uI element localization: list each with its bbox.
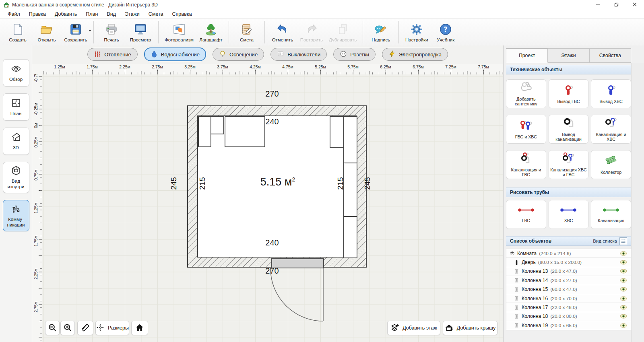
- toolbar-button-2[interactable]: Сохранить: [61, 19, 90, 45]
- dimensions-toggle-button[interactable]: Размеры: [95, 321, 129, 335]
- mode-tab-2[interactable]: Освещение: [213, 48, 264, 61]
- home-view-button[interactable]: [131, 321, 148, 335]
- add-floor-button[interactable]: Добавить этаж: [387, 321, 440, 335]
- interior-view-icon: [11, 165, 21, 177]
- panel-tab-2[interactable]: Свойства: [590, 48, 631, 63]
- toolbar-button-12[interactable]: Настройки: [402, 19, 431, 45]
- visibility-eye-icon[interactable]: [620, 287, 627, 292]
- menu-item-2[interactable]: Добавить: [50, 10, 81, 18]
- object-list-row-7[interactable]: Колонна 18(20.0 x 80.0): [506, 312, 631, 321]
- mode-tab-4[interactable]: Розетки: [333, 48, 376, 61]
- toolbar-button-8[interactable]: Отменить: [268, 19, 297, 45]
- menu-item-0[interactable]: Файл: [3, 10, 25, 18]
- column-divider: [343, 216, 357, 217]
- window-restore-button[interactable]: [607, 0, 625, 10]
- window-minimize-button[interactable]: [588, 0, 607, 10]
- pipe-tool-button-1[interactable]: ХВС: [549, 200, 589, 229]
- toolbar-button-11[interactable]: Надпись: [366, 19, 395, 45]
- list-view-toggle-button[interactable]: [619, 237, 627, 245]
- rail-button-0[interactable]: Обзор: [3, 59, 29, 87]
- toolbar-button-1[interactable]: Открыть: [32, 19, 61, 45]
- rail-button-3[interactable]: Вид изнутри: [3, 162, 29, 193]
- object-list-row-0[interactable]: Комната(240.0 x 214.6): [506, 249, 631, 258]
- menu-item-6[interactable]: Смета: [144, 10, 168, 18]
- pipe-sewer-icon: [600, 206, 622, 216]
- object-list-row-6[interactable]: Колонна 17(22.0 x 48.0): [506, 303, 631, 312]
- tech-object-button-0[interactable]: Добавить сантехнику: [506, 79, 546, 108]
- rail-button-2[interactable]: 3D: [3, 128, 29, 155]
- door[interactable]: [271, 258, 324, 268]
- pipe-tool-button-0[interactable]: ГВС: [506, 200, 546, 229]
- sewer-outlet-icon: [562, 117, 575, 131]
- tech-object-button-7[interactable]: Канализация ХВС и ГВС: [549, 150, 589, 179]
- measure-ruler-button[interactable]: [77, 321, 93, 335]
- tech-object-button-3[interactable]: ГВС и ХВС: [506, 115, 546, 144]
- menu-item-1[interactable]: Правка: [25, 10, 50, 18]
- visibility-eye-icon[interactable]: [620, 278, 627, 283]
- tech-object-button-6[interactable]: Канализация и ГВС: [506, 150, 546, 179]
- column-strip-16-18-19[interactable]: [343, 116, 357, 258]
- column-14[interactable]: [211, 116, 224, 134]
- zoom-out-button[interactable]: [45, 321, 60, 335]
- visibility-eye-icon[interactable]: [620, 323, 627, 328]
- door-icon: [514, 260, 520, 265]
- object-list-row-8[interactable]: Колонна 19(20.0 x 65.0): [506, 321, 631, 330]
- floor-plan-canvas[interactable]: 270 240 5.15 м2 240 270 215 245 215 245: [42, 74, 503, 342]
- toolbar-button-4[interactable]: Просмотр: [126, 19, 155, 45]
- object-list-row-3[interactable]: Колонна 14(20.0 x 27.0): [506, 276, 631, 285]
- pipe-tool-button-2[interactable]: Канализация: [591, 200, 631, 229]
- visibility-eye-icon[interactable]: [620, 269, 627, 274]
- menu-item-4[interactable]: Вид: [102, 10, 120, 18]
- monitor-icon: [134, 23, 147, 36]
- menu-item-3[interactable]: План: [81, 10, 102, 18]
- visibility-eye-icon[interactable]: [620, 305, 627, 310]
- visibility-eye-icon[interactable]: [620, 314, 627, 319]
- tech-object-button-8[interactable]: Коллектор: [591, 150, 631, 179]
- menu-item-5[interactable]: Этажи: [120, 10, 144, 18]
- toolbar-button-5[interactable]: Фотореализм: [162, 19, 196, 45]
- object-list-row-4[interactable]: Колонна 15(60.0 x 47.0): [506, 285, 631, 294]
- h-ruler-label: 7.25м: [445, 64, 456, 69]
- mode-tab-5[interactable]: Электропроводка: [382, 48, 448, 61]
- toolbar-button-13[interactable]: ?Учебник: [431, 19, 460, 45]
- add-roof-button[interactable]: Добавить крышу: [443, 321, 497, 335]
- toolbar-button-6[interactable]: Ландшафт: [196, 19, 225, 45]
- panel-tab-0[interactable]: Проект: [506, 48, 548, 63]
- rail-button-1[interactable]: План: [3, 93, 29, 121]
- panel-scroll-gutter[interactable]: [631, 63, 644, 342]
- object-list-row-1[interactable]: Дверь(80.0 x 15.0 x 200.0): [506, 258, 631, 267]
- tech-object-button-2[interactable]: Вывод ХВС: [591, 79, 631, 108]
- mode-tab-3[interactable]: Выключатели: [270, 48, 327, 61]
- zoom-in-button[interactable]: [60, 321, 75, 335]
- mode-tab-1[interactable]: Водоснабжение: [144, 47, 206, 61]
- menu-item-7[interactable]: Справка: [168, 10, 196, 18]
- add-roof-label: Добавить крышу: [457, 325, 495, 331]
- panel-body: Технические объекты Добавить сантехникуВ…: [506, 63, 631, 342]
- column-13[interactable]: [198, 116, 211, 147]
- section-draw-pipes: Рисовать трубы: [506, 187, 631, 197]
- object-list-row-2[interactable]: Колонна 13(20.0 x 47.0): [506, 267, 631, 276]
- visibility-eye-icon[interactable]: [620, 260, 627, 265]
- save-dropdown-arrow-icon[interactable]: [88, 28, 93, 33]
- toolbar-button-7[interactable]: Смета: [232, 19, 261, 45]
- mode-tab-0[interactable]: Отопление: [87, 48, 138, 61]
- rail-button-4[interactable]: Комму- никации: [3, 200, 29, 231]
- visibility-eye-icon[interactable]: [620, 296, 627, 301]
- home-icon: [135, 323, 144, 333]
- tech-object-button-5[interactable]: Канализация и ХВС: [591, 115, 631, 144]
- sewer-cold-icon: [605, 117, 617, 131]
- panel-tab-1[interactable]: Этажи: [548, 48, 589, 63]
- switch-icon: [277, 50, 284, 59]
- tech-object-button-4[interactable]: Вывод канализации: [549, 115, 589, 144]
- tech-object-button-1[interactable]: Вывод ГВС: [549, 79, 589, 108]
- toolbar-button-0[interactable]: Создать: [3, 19, 32, 45]
- object-list-row-5[interactable]: Колонна 16(20.0 x 70.0): [506, 294, 631, 303]
- visibility-eye-icon[interactable]: [620, 251, 627, 256]
- toolbar-button-3[interactable]: Печать: [97, 19, 126, 45]
- column-17[interactable]: [330, 116, 344, 148]
- window-close-button[interactable]: [625, 0, 644, 10]
- communication-mode-tabs: ОтоплениеВодоснабжениеОсвещениеВыключате…: [32, 47, 503, 61]
- column-icon: [514, 268, 520, 274]
- column-15[interactable]: [225, 116, 265, 147]
- outlet-cold-icon: [605, 84, 617, 98]
